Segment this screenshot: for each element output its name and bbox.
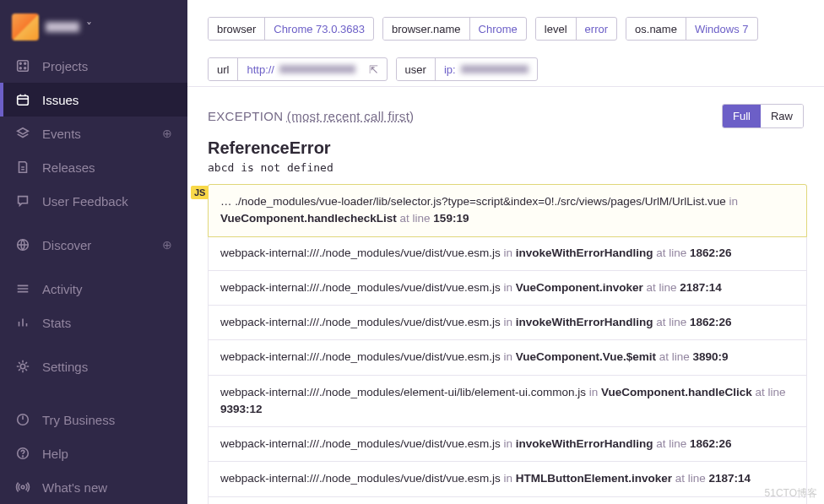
frame-file: webpack-internal:///./node_modules/vue/d…: [220, 472, 501, 485]
stack-frame[interactable]: webpack-internal:///./node_modules/vue/d…: [209, 497, 806, 505]
frame-function: VueComponent.Vue.$emit: [516, 350, 656, 363]
tag-level[interactable]: level error: [535, 17, 617, 41]
toggle-raw-button[interactable]: Raw: [761, 105, 803, 127]
frame-function: VueComponent.invoker: [516, 281, 643, 294]
frame-file: … ./node_modules/vue-loader/lib/selector…: [220, 195, 726, 208]
frame-at: at line: [656, 437, 686, 450]
sidebar: ˅ Projects Issues Events ⊕ Releases User…: [0, 0, 187, 504]
frame-location: 1862:26: [690, 437, 732, 450]
sidebar-item-activity[interactable]: Activity: [0, 272, 187, 306]
frame-file: webpack-internal:///./node_modules/vue/d…: [220, 437, 501, 450]
frame-at: at line: [756, 386, 786, 398]
stack-frame[interactable]: webpack-internal:///./node_modules/vue/d…: [209, 427, 806, 462]
frame-location: 9393:12: [220, 403, 263, 415]
svg-rect-5: [18, 96, 29, 106]
tag-value: Chrome 73.0.3683: [265, 18, 373, 40]
frame-location: 3890:9: [693, 350, 729, 363]
power-icon: [15, 412, 30, 427]
tag-key: browser.name: [383, 18, 470, 40]
broadcast-icon: [15, 480, 30, 495]
stack-frame[interactable]: webpack-internal:///./node_modules/vue/d…: [209, 340, 806, 375]
nav-label: Events: [42, 127, 150, 141]
frame-function: VueComponent.handlecheckList: [220, 212, 397, 225]
frame-file: webpack-internal:///./node_modules/vue/d…: [220, 350, 501, 363]
tag-key: user: [397, 58, 436, 80]
sidebar-item-projects[interactable]: Projects: [0, 49, 187, 83]
sidebar-item-issues[interactable]: Issues: [0, 83, 187, 117]
sidebar-item-try-business[interactable]: Try Business: [0, 403, 187, 436]
frame-function: invokeWithErrorHandling: [516, 316, 653, 328]
external-link-icon: ⇱: [369, 63, 378, 76]
tag-value: http:// ⇱: [238, 58, 386, 80]
sidebar-item-help[interactable]: Help: [0, 436, 187, 470]
stack-frame[interactable]: webpack-internal:///./node_modules/vue/d…: [209, 236, 806, 271]
stack-frame[interactable]: … ./node_modules/vue-loader/lib/selector…: [208, 184, 807, 237]
tag-os-name[interactable]: os.name Windows 7: [626, 17, 757, 41]
nav-label: Releases: [42, 160, 172, 175]
org-name: [46, 22, 79, 32]
frame-function: invokeWithErrorHandling: [516, 437, 653, 450]
frame-in: in: [503, 472, 512, 485]
frame-in: in: [503, 437, 512, 450]
frame-location: 2187:14: [680, 281, 722, 294]
tags-row: browser Chrome 73.0.3683 browser.name Ch…: [187, 0, 824, 87]
sidebar-item-discover[interactable]: Discover ⊕: [0, 228, 187, 262]
frame-location: 1862:26: [690, 247, 732, 259]
nav-label: Projects: [42, 59, 172, 73]
sidebar-item-events[interactable]: Events ⊕: [0, 117, 187, 150]
frame-in: in: [503, 281, 512, 294]
stack-frame[interactable]: webpack-internal:///./node_modules/vue/d…: [209, 306, 806, 340]
error-block: ReferenceError abcd is not defined: [187, 135, 824, 184]
tag-browser-name[interactable]: browser.name Chrome: [382, 17, 527, 41]
tag-browser[interactable]: browser Chrome 73.0.3683: [208, 17, 374, 41]
sidebar-item-releases[interactable]: Releases: [0, 150, 187, 184]
main-content: browser Chrome 73.0.3683 browser.name Ch…: [187, 0, 824, 504]
tag-key: os.name: [626, 18, 686, 40]
tag-key: level: [536, 18, 577, 40]
svg-point-3: [19, 68, 21, 69]
sidebar-item-stats[interactable]: Stats: [0, 306, 187, 339]
frame-location: 159:19: [433, 212, 469, 225]
exception-title: EXCEPTION (most recent call first): [208, 109, 414, 123]
discover-icon: [15, 237, 30, 252]
stack-frame[interactable]: webpack-internal:///./node_modules/vue/d…: [209, 271, 806, 306]
tag-value: Windows 7: [686, 18, 757, 40]
nav-label: What's new: [42, 480, 172, 495]
sidebar-item-whats-new[interactable]: What's new: [0, 470, 187, 504]
plus-icon: ⊕: [162, 238, 172, 252]
frame-location: 2187:14: [709, 472, 751, 485]
frame-location: 1862:26: [690, 316, 732, 328]
frame-at: at line: [656, 247, 686, 259]
frame-at: at line: [675, 472, 706, 485]
settings-icon: [15, 359, 30, 374]
stack-frame[interactable]: webpack-internal:///./node_modules/eleme…: [209, 376, 806, 428]
frame-at: at line: [659, 350, 690, 363]
frame-file: webpack-internal:///./node_modules/eleme…: [220, 386, 586, 398]
releases-icon: [15, 160, 30, 175]
projects-icon: [15, 58, 30, 73]
sidebar-item-feedback[interactable]: User Feedback: [0, 184, 187, 218]
sidebar-item-settings[interactable]: Settings: [0, 350, 187, 383]
feedback-icon: [15, 193, 30, 209]
tag-value: error: [577, 18, 616, 40]
nav-label: Help: [42, 447, 172, 461]
activity-icon: [15, 281, 30, 296]
stack-frame[interactable]: webpack-internal:///./node_modules/vue/d…: [209, 462, 806, 496]
frame-file: webpack-internal:///./node_modules/vue/d…: [220, 316, 501, 328]
frame-at: at line: [400, 212, 431, 225]
frame-file: webpack-internal:///./node_modules/vue/d…: [220, 247, 501, 259]
tag-key: browser: [209, 18, 265, 40]
tag-user[interactable]: user ip:: [396, 57, 538, 81]
org-switcher[interactable]: ˅: [0, 0, 187, 49]
issues-icon: [15, 92, 30, 107]
toggle-full-button[interactable]: Full: [723, 105, 761, 127]
stacktrace: JS … ./node_modules/vue-loader/lib/selec…: [187, 184, 824, 504]
nav-label: Stats: [42, 316, 172, 330]
plus-icon: ⊕: [162, 127, 172, 140]
exception-header: EXCEPTION (most recent call first) Full …: [187, 87, 824, 135]
nav-label: Settings: [42, 360, 172, 374]
tag-url[interactable]: url http:// ⇱: [208, 57, 388, 81]
stats-icon: [15, 315, 30, 330]
frame-in: in: [503, 247, 512, 259]
frame-at: at line: [647, 281, 677, 294]
